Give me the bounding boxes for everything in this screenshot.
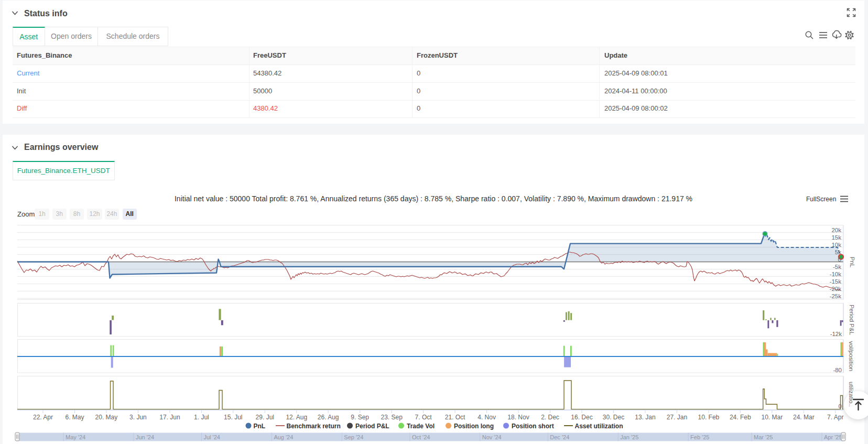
svg-text:May '24: May '24 (66, 434, 85, 440)
svg-text:16. Dec: 16. Dec (571, 414, 592, 421)
svg-text:23. Sep: 23. Sep (381, 414, 403, 421)
svg-text:-12k: -12k (830, 331, 842, 337)
svg-text:24. Mar: 24. Mar (793, 414, 815, 421)
svg-text:Dec '24: Dec '24 (550, 434, 569, 440)
svg-text:Sep '24: Sep '24 (344, 434, 363, 440)
svg-text:30. Dec: 30. Dec (603, 414, 624, 421)
svg-text:15. Jul: 15. Jul (224, 414, 242, 421)
svg-text:Jul '24: Jul '24 (204, 434, 220, 440)
svg-text:Jan '25: Jan '25 (620, 434, 638, 440)
svg-text:Oct '24: Oct '24 (412, 434, 430, 440)
svg-text:Jun '24: Jun '24 (136, 434, 154, 440)
svg-text:7. Apr: 7. Apr (827, 414, 843, 421)
svg-text:4. Nov: 4. Nov (478, 414, 496, 421)
svg-text:10k: 10k (831, 242, 841, 248)
svg-text:Position long: Position long (454, 423, 494, 430)
svg-text:27. Jan: 27. Jan (667, 414, 687, 421)
svg-text:10. Feb: 10. Feb (698, 414, 720, 421)
svg-text:21. Oct: 21. Oct (445, 414, 465, 421)
svg-text:Position short: Position short (512, 423, 554, 430)
svg-text:-20k: -20k (830, 286, 842, 292)
svg-text:-25k: -25k (830, 293, 842, 299)
svg-text:29. Jul: 29. Jul (256, 414, 274, 421)
svg-text:9. Sep: 9. Sep (351, 414, 369, 421)
svg-text:Aug '24: Aug '24 (274, 434, 293, 440)
svg-text:-10k: -10k (830, 271, 842, 277)
svg-text:Benchmark return: Benchmark return (287, 423, 341, 430)
svg-text:0: 0 (838, 256, 841, 263)
svg-text:Period P&L: Period P&L (849, 305, 855, 335)
svg-text:-15k: -15k (830, 278, 842, 285)
svg-text:-80: -80 (833, 367, 842, 373)
svg-text:24. Feb: 24. Feb (730, 414, 751, 421)
svg-text:10. Mar: 10. Mar (761, 414, 783, 421)
svg-text:13. Jan: 13. Jan (635, 414, 655, 421)
svg-text:Trade Vol: Trade Vol (407, 423, 435, 430)
svg-text:26. Aug: 26. Aug (318, 414, 339, 421)
svg-text:12. Aug: 12. Aug (286, 414, 307, 421)
svg-text:2. Dec: 2. Dec (541, 414, 559, 421)
svg-text:6. May: 6. May (65, 414, 84, 421)
svg-text:-5k: -5k (833, 264, 841, 270)
svg-text:1. Jul: 1. Jul (194, 414, 209, 421)
svg-text:0: 0 (839, 403, 842, 409)
svg-text:3. Jun: 3. Jun (129, 414, 147, 421)
svg-text:18. Nov: 18. Nov (507, 414, 529, 421)
svg-text:17. Jun: 17. Jun (159, 414, 180, 421)
svg-text:Period P&L: Period P&L (355, 423, 389, 430)
svg-text:utilizatio..: utilizatio.. (848, 382, 854, 407)
svg-text:7. Oct: 7. Oct (415, 414, 432, 421)
svg-text:20. May: 20. May (95, 414, 118, 421)
svg-text:Feb '25: Feb '25 (690, 434, 709, 440)
svg-text:PnL: PnL (849, 257, 855, 268)
svg-text:5k: 5k (835, 249, 841, 255)
svg-text:Apr '25: Apr '25 (824, 434, 842, 440)
svg-text:22. Apr: 22. Apr (33, 414, 53, 421)
svg-text:Nov '24: Nov '24 (482, 434, 502, 440)
svg-text:Asset utilization: Asset utilization (575, 423, 623, 430)
svg-text:PnL: PnL (254, 423, 266, 430)
svg-text:Mar '25: Mar '25 (754, 434, 773, 440)
svg-text:vol/position: vol/position (848, 341, 854, 372)
svg-text:20k: 20k (831, 227, 841, 233)
svg-text:15k: 15k (831, 234, 841, 241)
